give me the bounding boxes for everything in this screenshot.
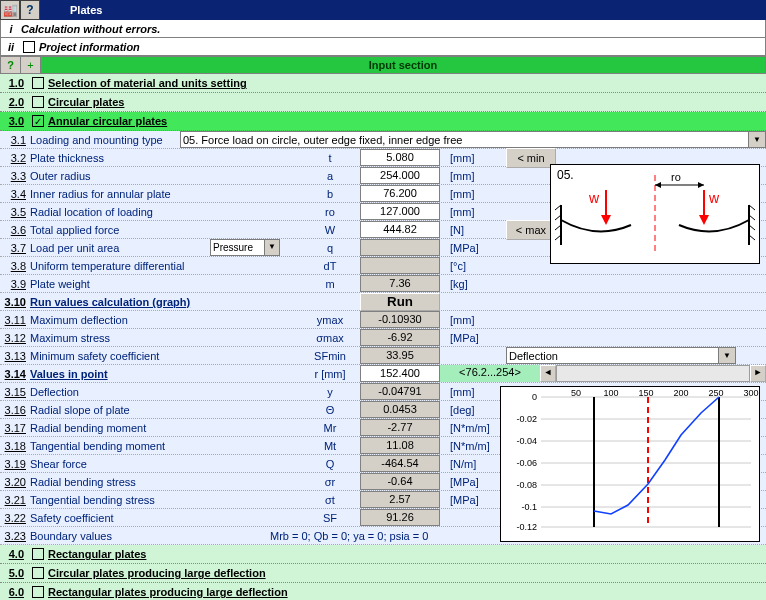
status-text: Project information — [39, 41, 140, 53]
svg-text:-0.08: -0.08 — [516, 480, 537, 490]
row-label: Loading and mounting type — [30, 134, 180, 146]
section-num: 2.0 — [0, 96, 28, 108]
deflection-chart: 0 -0.02 -0.04 -0.06 -0.08 -0.1 -0.12 50 … — [500, 386, 760, 542]
row-unit: [N/m] — [440, 458, 500, 470]
scrollbar[interactable] — [556, 365, 750, 382]
row-run-calculation: 3.10 Run values calculation (graph) Run — [0, 293, 766, 311]
status-text: Calculation without errors. — [21, 23, 160, 35]
thickness-input[interactable]: 5.080 — [360, 149, 440, 166]
run-button[interactable]: Run — [360, 293, 440, 311]
max-button[interactable]: < max — [506, 220, 556, 240]
inner-radius-input[interactable]: 76.200 — [360, 185, 440, 202]
row-label: Tangential bending stress — [30, 494, 210, 506]
row-plate-weight: 3.9 Plate weight m 7.36 [kg] — [0, 275, 766, 293]
row-label: Tangential bending moment — [30, 440, 210, 452]
row-num: 3.5 — [0, 206, 30, 218]
section-5[interactable]: 5.0 Circular plates producing large defl… — [0, 564, 766, 583]
svg-marker-19 — [698, 182, 704, 188]
row-min-safety: 3.13 Minimum safety coefficient SFmin 33… — [0, 347, 766, 365]
input-section-header: ? + Input section — [0, 56, 766, 74]
row-unit: [°c] — [440, 260, 500, 272]
app-icon[interactable]: 🏭 — [0, 0, 20, 20]
dropdown-value: 05. Force load on circle, outer edge fix… — [183, 134, 462, 146]
checkbox[interactable] — [32, 548, 44, 560]
svg-text:100: 100 — [603, 388, 618, 398]
row-marker: ii — [1, 41, 21, 53]
radial-location-input[interactable]: 127.000 — [360, 203, 440, 220]
row-unit: [mm] — [440, 152, 500, 164]
row-label: Minimum safety coefficient — [30, 350, 210, 362]
row-num: 3.21 — [0, 494, 30, 506]
section-label: Circular plates producing large deflecti… — [48, 567, 266, 579]
row-symbol: Θ — [300, 404, 360, 416]
row-label: Load per unit area — [30, 242, 210, 254]
row-label: Radial bending stress — [30, 476, 210, 488]
svg-text:250: 250 — [708, 388, 723, 398]
plot-variable-dropdown[interactable]: Deflection — [506, 347, 736, 364]
section-2[interactable]: 2.0 Circular plates — [0, 93, 766, 112]
section-label: Annular circular plates — [48, 115, 167, 127]
row-symbol: SF — [300, 512, 360, 524]
loading-type-dropdown[interactable]: 05. Force load on circle, outer edge fix… — [180, 131, 766, 148]
tangential-moment-value: 11.08 — [360, 437, 440, 454]
row-num: 3.4 — [0, 188, 30, 200]
row-symbol: t — [300, 152, 360, 164]
row-label: Radial bending moment — [30, 422, 210, 434]
help-button[interactable]: ? — [1, 57, 21, 73]
row-unit: [kg] — [440, 278, 500, 290]
min-button[interactable]: < min — [506, 148, 556, 168]
checkbox[interactable] — [32, 77, 44, 89]
help-icon[interactable]: ? — [20, 0, 40, 20]
section-3[interactable]: 3.0 ✓ Annular circular plates — [0, 112, 766, 131]
row-max-stress: 3.12 Maximum stress σmax -6.92 [MPa] — [0, 329, 766, 347]
row-symbol: σmax — [300, 332, 360, 344]
row-symbol: Mt — [300, 440, 360, 452]
section-title: Input section — [41, 59, 765, 71]
row-unit: [MPa] — [440, 494, 500, 506]
row-label: Run values calculation (graph) — [30, 296, 210, 308]
row-num: 3.1 — [0, 134, 30, 146]
checkbox[interactable] — [23, 41, 35, 53]
svg-text:200: 200 — [673, 388, 688, 398]
row-symbol: W — [300, 224, 360, 236]
row-label: Boundary values — [30, 530, 210, 542]
row-label: Safety coefficient — [30, 512, 210, 524]
min-safety-value: 33.95 — [360, 347, 440, 364]
expand-button[interactable]: + — [21, 57, 41, 73]
checkbox[interactable] — [32, 567, 44, 579]
scroll-right-icon[interactable]: ► — [750, 365, 766, 382]
svg-text:300: 300 — [743, 388, 758, 398]
row-unit: [mm] — [440, 386, 500, 398]
section-num: 6.0 — [0, 586, 28, 598]
outer-radius-input[interactable]: 254.000 — [360, 167, 440, 184]
section-num: 5.0 — [0, 567, 28, 579]
row-num: 3.17 — [0, 422, 30, 434]
section-6[interactable]: 6.0 Rectangular plates producing large d… — [0, 583, 766, 600]
row-num: 3.22 — [0, 512, 30, 524]
row-label: Values in point — [30, 368, 210, 380]
row-unit: [MPa] — [440, 242, 500, 254]
svg-text:-0.02: -0.02 — [516, 414, 537, 424]
row-num: 3.20 — [0, 476, 30, 488]
section-4[interactable]: 4.0 Rectangular plates — [0, 545, 766, 564]
section-1[interactable]: 1.0 Selection of material and units sett… — [0, 74, 766, 93]
row-num: 3.18 — [0, 440, 30, 452]
row-num: 3.19 — [0, 458, 30, 470]
checkbox-checked[interactable]: ✓ — [32, 115, 44, 127]
svg-text:0: 0 — [532, 392, 537, 402]
scroll-left-icon[interactable]: ◄ — [540, 365, 556, 382]
checkbox[interactable] — [32, 586, 44, 598]
max-deflection-value: -0.10930 — [360, 311, 440, 328]
row-values-in-point: 3.14 Values in point r [mm] 152.400 <76.… — [0, 365, 766, 383]
row-marker: i — [1, 23, 21, 35]
checkbox[interactable] — [32, 96, 44, 108]
row-unit: [mm] — [440, 170, 500, 182]
svg-text:-0.06: -0.06 — [516, 458, 537, 468]
force-input[interactable]: 444.82 — [360, 221, 440, 238]
load-area-value — [360, 239, 440, 256]
load-type-dropdown[interactable]: Pressure — [210, 239, 280, 256]
section-label: Rectangular plates producing large defle… — [48, 586, 288, 598]
row-label: Shear force — [30, 458, 210, 470]
point-r-input[interactable]: 152.400 — [360, 365, 440, 382]
row-num: 3.6 — [0, 224, 30, 236]
